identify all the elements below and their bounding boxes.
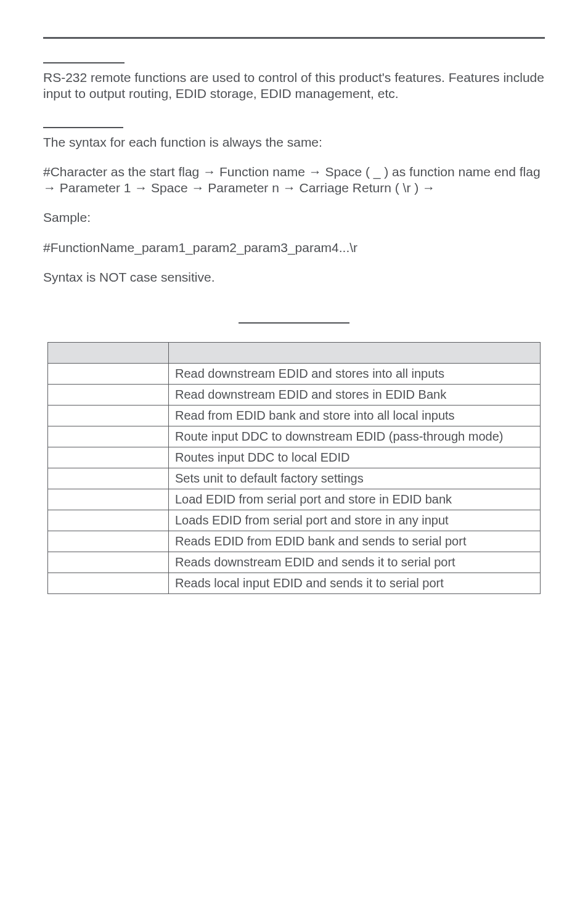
cell-description: Route input DDC to downstream EDID (pass… — [169, 426, 541, 447]
section-rule-2 — [43, 127, 123, 128]
edid-management-table: Read downstream EDID and stores into all… — [47, 342, 541, 594]
cell-description: Routes input DDC to local EDID — [169, 447, 541, 468]
table-header-description — [169, 343, 541, 364]
cell-command — [48, 531, 169, 552]
cell-description: Read downstream EDID and stores in EDID … — [169, 385, 541, 406]
sample-code: #FunctionName_param1_param2_param3_param… — [43, 240, 545, 256]
cell-description: Reads local input EDID and sends it to s… — [169, 573, 541, 594]
cell-description: Reads downstream EDID and sends it to se… — [169, 552, 541, 573]
table-row: Reads EDID from EDID bank and sends to s… — [48, 531, 541, 552]
table-row: Load EDID from serial port and store in … — [48, 489, 541, 510]
table-row: Read downstream EDID and stores into all… — [48, 364, 541, 385]
table-row: Reads local input EDID and sends it to s… — [48, 573, 541, 594]
cell-command — [48, 426, 169, 447]
document-page: RS-232 remote functions are used to cont… — [0, 0, 588, 909]
table-row: Read from EDID bank and store into all l… — [48, 406, 541, 426]
cell-command — [48, 447, 169, 468]
cell-description: Load EDID from serial port and store in … — [169, 489, 541, 510]
cell-command — [48, 552, 169, 573]
table-row: Reads downstream EDID and sends it to se… — [48, 552, 541, 573]
cell-command — [48, 406, 169, 426]
cell-description: Reads EDID from EDID bank and sends to s… — [169, 531, 541, 552]
cell-command — [48, 468, 169, 489]
top-rule — [43, 37, 545, 39]
cell-command — [48, 364, 169, 385]
intro-paragraph: RS-232 remote functions are used to cont… — [43, 70, 545, 102]
section-rule-1 — [43, 62, 125, 63]
sample-label: Sample: — [43, 210, 545, 226]
table-header-row — [48, 343, 541, 364]
table-row: Route input DDC to downstream EDID (pass… — [48, 426, 541, 447]
cell-description: Read downstream EDID and stores into all… — [169, 364, 541, 385]
cell-command — [48, 573, 169, 594]
cell-description: Sets unit to default factory settings — [169, 468, 541, 489]
syntax-note: Syntax is NOT case sensitive. — [43, 269, 545, 285]
table-heading-rule — [239, 322, 349, 324]
table-row: Routes input DDC to local EDID — [48, 447, 541, 468]
cell-command — [48, 385, 169, 406]
syntax-flow: #Character as the start flag → Function … — [43, 164, 545, 197]
table-row: Read downstream EDID and stores in EDID … — [48, 385, 541, 406]
cell-command — [48, 510, 169, 531]
cell-command — [48, 489, 169, 510]
syntax-intro: The syntax for each function is always t… — [43, 134, 545, 150]
table-row: Sets unit to default factory settings — [48, 468, 541, 489]
table-header-command — [48, 343, 169, 364]
table-row: Loads EDID from serial port and store in… — [48, 510, 541, 531]
cell-description: Loads EDID from serial port and store in… — [169, 510, 541, 531]
cell-description: Read from EDID bank and store into all l… — [169, 406, 541, 426]
